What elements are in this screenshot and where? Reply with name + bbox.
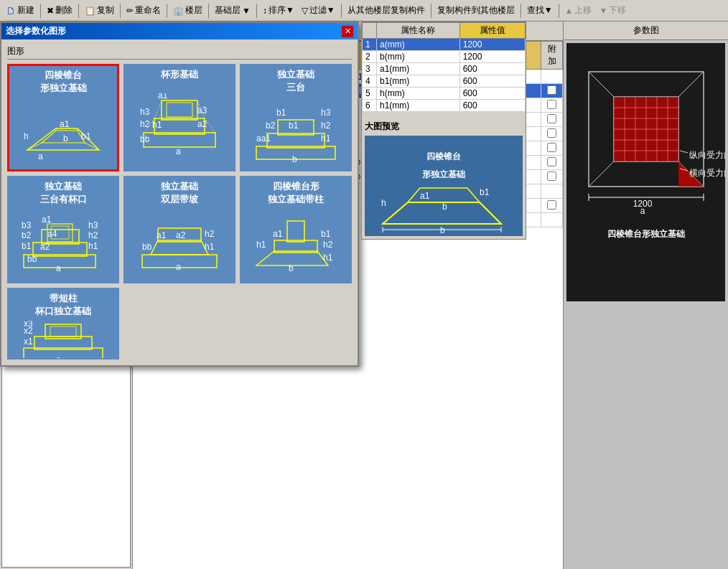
right-panel: 参数图 [563,22,728,569]
sep2 [78,4,79,18]
svg-line-3 [678,72,704,97]
filter-button[interactable]: ▽ 过滤▼ [299,3,338,18]
param-col-num [363,23,377,39]
svg-text:h1: h1 [152,120,162,130]
modal-body: 图形 四棱锥台形独立基础 a [1,39,358,365]
svg-text:a: a [176,146,181,156]
prop-row-addon[interactable] [541,84,563,98]
param-row-value[interactable]: 600 [459,100,525,112]
svg-text:纵向受力筋: 纵向受力筋 [689,150,725,160]
rename-button[interactable]: ✏ 重命名 [123,3,164,18]
svg-text:h: h [24,131,29,141]
delete-icon: ✖ [47,6,54,16]
param-values-table: 属性名称 属性值 1a(mm)12002b(mm)12003a1(mm)6004… [362,22,526,112]
sort-button[interactable]: ↕ 排序▼ [260,3,297,18]
shape-title-4: 独立基础三台有杯口 [40,180,87,206]
down-icon: ▼ [599,6,607,16]
svg-rect-39 [144,133,215,147]
param-row-value[interactable]: 1200 [459,51,525,63]
copy-button[interactable]: 📋 复制 [82,3,117,18]
prop-row-addon[interactable] [541,156,563,170]
new-button[interactable]: 🗋 新建 [3,3,37,18]
move-down-button[interactable]: ▼ 下移 [596,3,629,18]
svg-text:a2: a2 [197,119,207,129]
svg-text:a: a [640,206,645,216]
modal-close-button[interactable]: ✕ [342,26,353,37]
shape-diagram-3: b h1 h2 h3 aa1 b2 b1 b1 [244,97,347,167]
prop-row-addon[interactable] [541,127,563,141]
prop-row-addon[interactable] [541,98,563,113]
param-row-value[interactable]: 1200 [459,39,525,51]
svg-text:bb: bb [27,254,37,264]
svg-text:四棱锥台: 四棱锥台 [426,151,461,161]
svg-text:a2: a2 [176,230,186,240]
base-floor-button[interactable]: 基础层 ▼ [212,3,253,18]
svg-text:a1: a1 [157,230,167,240]
svg-text:b1: b1 [22,241,32,251]
param-row-num: 6 [363,100,377,112]
delete-button[interactable]: ✖ 删除 [44,3,75,18]
svg-text:x1: x1 [24,337,33,347]
shape-card-6[interactable]: 四棱锥台形独立基础带柱 b h1 h2 h1 [240,176,352,283]
svg-rect-56 [267,133,325,148]
svg-text:h3: h3 [88,220,98,230]
svg-text:h1: h1 [205,242,215,252]
sep8 [431,4,431,18]
sep9 [521,4,521,18]
svg-text:b2: b2 [266,121,276,131]
param-row-value[interactable]: 600 [459,63,525,75]
svg-text:h2: h2 [140,119,150,129]
shape-card-1[interactable]: 四棱锥台形独立基础 a a1 b1 h [7,64,119,171]
svg-text:a1: a1 [420,191,430,201]
svg-marker-111 [408,188,480,202]
param-row-name: h(mm) [377,88,460,100]
shape-card-2[interactable]: 杯形基础 [123,64,235,171]
sep10 [559,4,559,18]
prop-row-addon[interactable] [541,141,563,156]
modal-title: 选择参数化图形 [6,25,66,37]
param-row-name: h1(mm) [377,100,460,112]
modal-titlebar: 选择参数化图形 ✕ [1,23,358,39]
svg-text:b3: b3 [22,220,32,230]
svg-text:b1: b1 [289,121,299,131]
param-row-value[interactable]: 600 [459,88,525,100]
svg-text:h3: h3 [140,107,150,117]
svg-text:a1: a1 [158,93,168,100]
prop-row-addon [541,70,563,84]
svg-text:a1: a1 [60,119,70,129]
copy-from-floor-button[interactable]: 从其他楼层复制构件 [345,3,428,18]
shape-card-3[interactable]: 独立基础三台 b h1 h2 h3 aa1 b2 b1 [240,64,352,171]
sep1 [40,4,41,18]
prop-row-addon[interactable] [541,170,563,184]
param-side-panel: 属性名称 属性值 1a(mm)12002b(mm)12003a1(mm)6004… [361,22,526,240]
shape-card-7[interactable]: 带短柱杯口独立基础 a x1 x2 x3 [7,288,119,359]
shape-card-5[interactable]: 独立基础双层带坡 a h1 h2 bb a1 a2 [123,176,235,283]
floor-button[interactable]: 🏢 楼层 [170,3,205,18]
svg-text:b1: b1 [81,131,91,141]
section-label: 图形 [7,45,352,60]
svg-text:a: a [56,354,61,359]
prop-row-addon[interactable] [541,199,563,213]
svg-text:h1: h1 [321,133,331,144]
svg-line-2 [589,72,614,97]
param-row-num: 5 [363,88,377,100]
svg-text:b: b [442,202,447,212]
shapes-grid-row2: 独立基础三台有杯口 a b1 b2 b3 h1 [7,176,352,283]
shape-diagram-7: a x1 x2 x3 [11,321,115,359]
svg-text:x3: x3 [24,321,33,329]
param-diagram-title: 参数图 [633,25,659,35]
param-row-num: 2 [363,51,377,63]
prop-row-addon[interactable] [541,113,563,127]
svg-text:h2: h2 [321,121,331,131]
filter-icon: ▽ [302,6,308,16]
param-row-num: 3 [363,63,377,75]
svg-text:b: b [292,154,297,164]
copy-to-floor-button[interactable]: 复制构件到其他楼层 [434,3,518,18]
shape-card-4[interactable]: 独立基础三台有杯口 a b1 b2 b3 h1 [7,176,119,283]
move-up-button[interactable]: ▲ 上移 [562,3,595,18]
svg-text:a: a [38,151,43,161]
svg-text:h2: h2 [323,240,333,250]
param-row-num: 4 [363,75,377,88]
find-button[interactable]: 查找▼ [524,3,556,18]
param-row-value[interactable]: 600 [459,75,525,88]
